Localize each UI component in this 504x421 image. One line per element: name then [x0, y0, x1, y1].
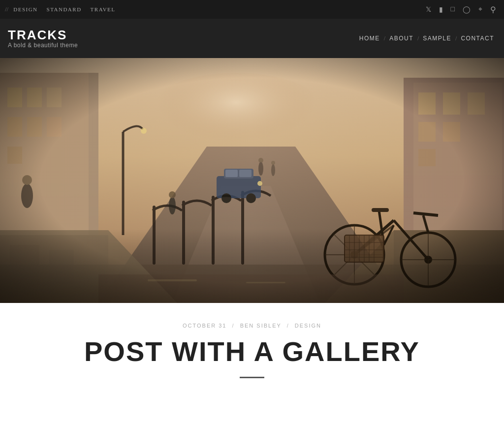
post-title: POST WITH A GALLERY: [10, 336, 494, 367]
rss-icon[interactable]: ⌖: [478, 5, 482, 13]
post-title-divider: [240, 377, 264, 378]
main-nav: HOME / ABOUT / SAMPLE / CONTACT: [359, 35, 494, 42]
hero-image: [0, 58, 504, 303]
top-bar: // DESIGN STANDARD TRAVEL 𝕏 ▮ □ ◯ ⌖ ⚲: [0, 0, 504, 19]
site-branding: TRACKS A bold & beautiful theme: [8, 28, 78, 49]
nav-about[interactable]: ABOUT: [389, 35, 413, 42]
post-author[interactable]: BEN SIBLEY: [240, 323, 282, 329]
social-icons: 𝕏 ▮ □ ◯ ⌖ ⚲: [426, 5, 496, 14]
meta-sep-1: /: [232, 323, 235, 329]
nav-sample[interactable]: SAMPLE: [423, 35, 451, 42]
nav-sep-1: /: [384, 35, 385, 42]
nav-sep-3: /: [455, 35, 457, 42]
nav-sep-2: /: [417, 35, 419, 42]
site-tagline: A bold & beautiful theme: [8, 42, 78, 49]
top-bar-categories: // DESIGN STANDARD TRAVEL: [5, 5, 123, 13]
nav-contact[interactable]: CONTACT: [461, 35, 494, 42]
post-category[interactable]: DESIGN: [295, 323, 321, 329]
twitter-icon[interactable]: 𝕏: [426, 5, 431, 14]
category-link-travel[interactable]: TRAVEL: [91, 6, 116, 12]
category-link-design[interactable]: DESIGN: [13, 6, 37, 12]
instagram-icon[interactable]: □: [451, 5, 455, 13]
post-date: OCTOBER 31: [183, 323, 227, 329]
site-header: TRACKS A bold & beautiful theme HOME / A…: [0, 19, 504, 58]
search-button[interactable]: ⚲: [490, 5, 496, 14]
post-meta: OCTOBER 31 / BEN SIBLEY / DESIGN: [10, 323, 494, 329]
category-link-standard[interactable]: STANDARD: [47, 6, 82, 12]
facebook-icon[interactable]: ▮: [439, 5, 443, 14]
top-bar-separator: //: [5, 5, 8, 13]
pinterest-icon[interactable]: ◯: [463, 5, 471, 14]
meta-sep-2: /: [287, 323, 289, 329]
site-title[interactable]: TRACKS: [8, 28, 78, 42]
post-header: OCTOBER 31 / BEN SIBLEY / DESIGN POST WI…: [0, 303, 504, 393]
nav-home[interactable]: HOME: [359, 35, 380, 42]
svg-rect-82: [0, 58, 504, 303]
